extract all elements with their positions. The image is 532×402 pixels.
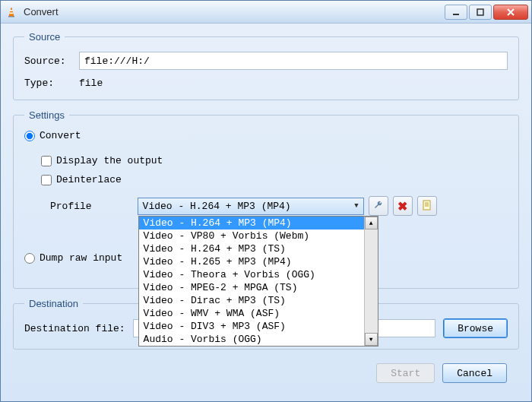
svg-rect-3 — [8, 16, 14, 17]
profile-option[interactable]: Video - VP80 + Vorbis (Webm) — [139, 229, 364, 242]
profile-option[interactable]: Video - WMV + WMA (ASF) — [139, 307, 364, 320]
profile-selected-text: Video - H.264 + MP3 (MP4) — [143, 201, 291, 212]
deinterlace-label[interactable]: Deinterlace — [56, 174, 122, 185]
settings-group: Settings Convert Display the output Dein… — [13, 109, 519, 289]
dump-raw-radio[interactable] — [24, 253, 35, 264]
minimize-button[interactable] — [445, 5, 467, 20]
svg-rect-4 — [453, 14, 459, 15]
type-value: file — [79, 78, 103, 89]
profile-option[interactable]: Video - H.264 + MP3 (MP4) — [139, 217, 364, 229]
edit-profile-button[interactable] — [369, 196, 388, 216]
dump-raw-label[interactable]: Dump raw input — [40, 252, 122, 264]
svg-marker-0 — [9, 8, 14, 16]
source-group: Source Source: Type: file — [13, 31, 519, 100]
cancel-button[interactable]: Cancel — [442, 363, 507, 383]
profile-select[interactable]: Video - H.264 + MP3 (MP4) Video - H.264 … — [138, 198, 364, 215]
profile-option[interactable]: Video - Theora + Vorbis (OGG) — [139, 268, 364, 281]
maximize-button[interactable] — [469, 5, 492, 20]
titlebar: Convert — [1, 1, 531, 24]
source-label: Source: — [24, 55, 79, 67]
svg-rect-6 — [423, 201, 430, 210]
profile-option[interactable]: Video - MPEG-2 + MPGA (TS) — [139, 281, 364, 294]
destination-file-label: Destination file: — [24, 323, 125, 334]
start-button[interactable]: Start — [376, 363, 435, 383]
convert-radio[interactable] — [24, 131, 35, 141]
profile-dropdown: Video - H.264 + MP3 (MP4) Video - VP80 +… — [138, 216, 378, 347]
close-button[interactable] — [493, 5, 528, 20]
wrench-icon — [372, 199, 385, 214]
svg-rect-2 — [10, 12, 14, 14]
destination-legend: Destination — [24, 298, 83, 309]
profile-label: Profile — [50, 201, 92, 212]
display-output-label[interactable]: Display the output — [56, 155, 163, 166]
window-controls — [445, 5, 528, 20]
profile-option[interactable]: Video - H.264 + MP3 (TS) — [139, 242, 364, 255]
profile-option[interactable]: Video - DIV3 + MP3 (ASF) — [139, 320, 364, 333]
convert-radio-label[interactable]: Convert — [40, 130, 81, 141]
display-output-checkbox[interactable] — [41, 156, 52, 166]
profile-option[interactable]: Video - H.265 + MP3 (MP4) — [139, 255, 364, 268]
type-label: Type: — [24, 78, 79, 89]
browse-button[interactable]: Browse — [443, 318, 508, 338]
delete-profile-button[interactable]: ✖ — [393, 196, 413, 216]
settings-legend: Settings — [24, 109, 69, 121]
convert-dialog: Convert Source Source: Type: file — [0, 0, 532, 402]
new-profile-button[interactable] — [417, 196, 437, 216]
content-area: Source Source: Type: file Settings Conve… — [1, 24, 531, 391]
scroll-down-icon[interactable]: ▼ — [365, 333, 378, 346]
new-document-icon — [421, 199, 433, 214]
window-title: Convert — [24, 6, 445, 17]
scroll-up-icon[interactable]: ▲ — [365, 217, 378, 229]
svg-rect-1 — [10, 10, 13, 11]
profile-option[interactable]: Audio - Vorbis (OGG) — [139, 333, 364, 346]
svg-rect-5 — [477, 9, 483, 15]
deinterlace-checkbox[interactable] — [41, 175, 52, 185]
source-input[interactable] — [79, 52, 508, 70]
delete-x-icon: ✖ — [397, 199, 407, 214]
vlc-cone-icon — [4, 5, 19, 20]
source-legend: Source — [24, 31, 65, 43]
dropdown-scrollbar[interactable]: ▲ ▼ — [364, 217, 378, 346]
profile-option[interactable]: Video - Dirac + MP3 (TS) — [139, 294, 364, 307]
